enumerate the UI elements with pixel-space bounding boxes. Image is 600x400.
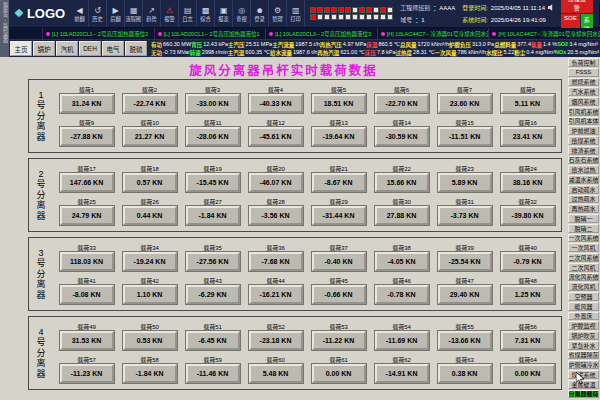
sidebar-item-6[interactable]: 引风机本体 [568, 117, 599, 126]
tab-5[interactable]: 脱硫 [125, 41, 147, 56]
sidebar-item-16[interactable]: 脱硝一 [568, 214, 599, 223]
load-value: -11.51 KN [438, 127, 492, 146]
status-value: -0.73 MVar [163, 49, 190, 57]
status-label: 炉膛负压 [449, 41, 471, 49]
toolbar-button-report[interactable]: ▣报表 [215, 0, 233, 27]
sidebar-item-19[interactable]: 一次风机 [568, 243, 599, 252]
process-values-row1: 有功660.30 MW背压12.43 kPa主汽压25.51 MPa主汽流量19… [151, 41, 598, 49]
sidebar-item-13[interactable]: 启动疏水 [568, 185, 599, 194]
load-cell: 载荷3-33.00 KN [184, 86, 242, 113]
sidebar-item-20[interactable]: 二次风系统 [568, 253, 599, 262]
alarm-message[interactable]: [H] 10LAC44C7-- 冷渣器01号冷却水回水温度1 [488, 28, 600, 39]
sidebar-item-28[interactable]: 锅炉吹灰 [568, 331, 599, 340]
alarm-led [359, 14, 365, 20]
sidebar-item-27[interactable]: 炉膛监视 [568, 321, 599, 330]
load-value: 15.66 KN [375, 173, 429, 192]
load-cell: 载荷53-11.22 KN [310, 323, 368, 350]
toolbar-button-log[interactable]: ▤日志 [179, 0, 197, 27]
sidebar-item-18[interactable]: 一次风系统 [568, 234, 599, 243]
load-value: -0.66 KN [312, 285, 366, 304]
tab-3[interactable]: DEH [79, 41, 101, 56]
status-pair: 主汽流量1987.5 t/h [272, 41, 319, 49]
status-pair: 床压7.8 kPa [365, 49, 396, 57]
sidebar-item-1[interactable]: FSSS [568, 68, 599, 77]
sidebar-item-30[interactable]: 省煤器除灰 [568, 351, 599, 360]
sidebar-item-17[interactable]: 脱硝二 [568, 224, 599, 233]
toolbar-button-prev[interactable]: ◀前翻 [71, 0, 89, 27]
toolbar-button-flowchart[interactable]: ▦流程图 [125, 0, 143, 27]
alarm-message[interactable]: [L] 10LAD20CL1-- 2号高压加热器液位1 [154, 28, 266, 39]
load-label: 载荷19 [203, 165, 222, 173]
sidebar-item-14[interactable]: 过热疏水 [568, 195, 599, 204]
toolbar-button-login[interactable]: ☻登录 [251, 0, 269, 27]
sidebar-item-22[interactable]: 流化风系统 [568, 273, 599, 282]
sidebar-item-26[interactable]: 外置床 [568, 312, 599, 321]
sidebar-item-10[interactable]: 石灰石系统 [568, 156, 599, 165]
toolbar-button-manage[interactable]: ⚙管理 [269, 0, 287, 27]
sidebar-item-3[interactable]: 汽水系统 [568, 87, 599, 96]
sidebar-item-24[interactable]: 空预器 [568, 292, 599, 301]
status-pair: 转速2998 r/min [190, 49, 228, 57]
load-value: -22.74 KN [123, 94, 177, 113]
toolbar-buttons: ◀前翻↺历史▶后翻▦流程图↗趋势⚠报警▤日志▩综合▣报表◎查视☻登录⚙管理▥打印 [71, 0, 305, 27]
sidebar-item-7[interactable]: 炉前燃油 [568, 126, 599, 135]
toolbar-button-overview[interactable]: ▩综合 [197, 0, 215, 27]
alarm-led [317, 7, 323, 13]
load-label: 载荷26 [140, 198, 159, 206]
sidebar-item-5[interactable]: 引风机系统 [568, 107, 599, 116]
separator-3-section: 3号分离器载荷33118.03 KN载荷34-19.24 KN载荷35-27.5… [28, 237, 562, 311]
sidebar-item-9[interactable]: 排渣系统 [568, 146, 599, 155]
sidebar-item-4[interactable]: 烟风系统 [568, 97, 599, 106]
sidebar-item-8[interactable]: 给煤系统 [568, 136, 599, 145]
sidebar-item-34[interactable]: 分离器载荷 [568, 390, 599, 399]
tab-1[interactable]: 锅炉 [33, 41, 55, 56]
status-value: 313.0 Pa [472, 41, 494, 49]
load-grid: 载荷131.24 KN载荷2-22.74 KN载荷3-33.00 KN载荷4-4… [53, 80, 561, 152]
sidebar-item-25[interactable]: 暖风器 [568, 302, 599, 311]
sidebar-item-23[interactable]: 流化风机 [568, 282, 599, 291]
tab-2[interactable]: 汽机 [56, 41, 78, 56]
sidebar-item-15[interactable]: 再热疏水 [568, 204, 599, 213]
load-label: 载荷36 [266, 244, 285, 252]
sidebar-item-12[interactable]: 减温水系统 [568, 175, 599, 184]
load-value: 23.41 KN [501, 127, 555, 146]
load-cell: 载荷33118.03 KN [58, 244, 116, 271]
alarm-message[interactable]: [L] 10LAD20CL3-- 2号高压加热器液位3 [265, 28, 377, 39]
tab-4[interactable]: 电气 [102, 41, 124, 56]
load-value: 31.53 KN [60, 331, 114, 350]
alarm-message[interactable]: [H] 10LAC44C7-- 冷渣器01号冷却水回水温度2 [377, 28, 489, 39]
speaker-icon[interactable] [548, 4, 555, 11]
toolbar-button-view[interactable]: ◎查视 [233, 0, 251, 27]
load-label: 载荷9 [79, 119, 94, 127]
toolbar-button-alarm[interactable]: ⚠报警 [161, 0, 179, 27]
sidebar-item-31[interactable]: 炉侧辅冷水 [568, 360, 599, 369]
sidebar-item-29[interactable]: 紧急补水 [568, 341, 599, 350]
alarm-led [345, 14, 351, 20]
status-pair: 主汽温600.35 ℃ [228, 49, 270, 57]
load-value: 21.27 KN [123, 127, 177, 146]
load-label: 载荷38 [392, 244, 411, 252]
separator-4-section: 4号分离器载荷4931.53 KN载荷500.53 KN载荷51-6.45 KN… [28, 316, 562, 390]
load-label: 载荷61 [329, 356, 348, 364]
sidebar-item-21[interactable]: 二次风机 [568, 263, 599, 272]
load-cell: 载荷6-22.70 KN [373, 86, 431, 113]
load-cell: 载荷180.57 KN [121, 165, 179, 192]
toolbar-button-trend[interactable]: ↗趋势 [143, 0, 161, 27]
process-alarm-button[interactable]: 过程报警 [561, 0, 593, 13]
toolbar-button-next[interactable]: ▶后翻 [107, 0, 125, 27]
load-label: 载荷1 [79, 86, 94, 94]
toolbar-button-history[interactable]: ↺历史 [89, 0, 107, 27]
load-label: 载荷60 [266, 356, 285, 364]
status-value: 12.43 kPa [203, 41, 228, 49]
sidebar-item-0[interactable]: 负荷控制 [568, 58, 599, 67]
load-label: 载荷39 [455, 244, 474, 252]
sidebar-item-2[interactable]: 燃烧系统 [568, 78, 599, 87]
tab-0[interactable]: 主页 [10, 41, 32, 56]
load-value: -3.73 KN [438, 206, 492, 225]
load-row: 载荷41-8.08 KN载荷421.10 KN载荷43-6.29 KN载荷44-… [55, 277, 559, 304]
alarm-led [331, 14, 337, 20]
alarm-message[interactable]: [L] 10LAD20CL1-- 2号高压加热器液位2 [42, 28, 154, 39]
toolbar-button-print[interactable]: ▥打印 [287, 0, 305, 27]
load-value: -7.68 KN [249, 252, 303, 271]
sidebar-item-11[interactable]: 给水过热 [568, 165, 599, 174]
